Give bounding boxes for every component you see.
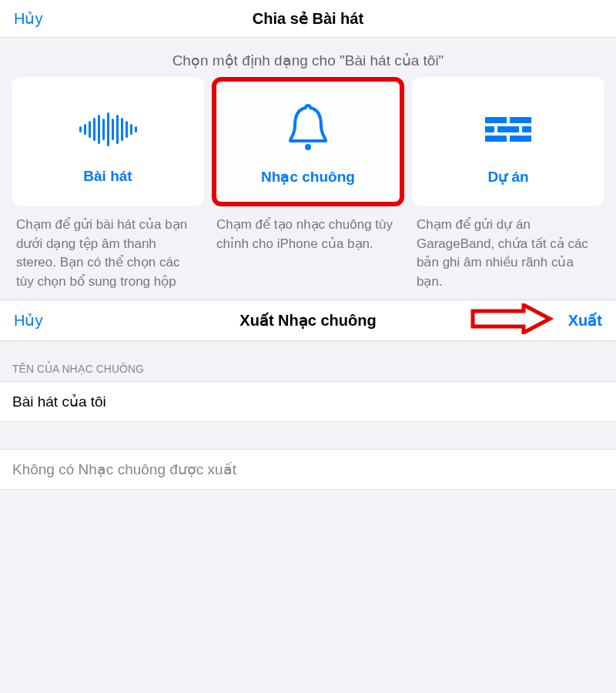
song-desc: Chạm để gửi bài hát của bạn dưới dạng tệ… [12, 206, 204, 300]
export-button[interactable]: Xuất [568, 311, 602, 330]
svg-point-0 [305, 144, 311, 150]
share-song-header: Hủy Chia sẻ Bài hát [0, 0, 616, 38]
share-title: Chia sẻ Bài hát [253, 9, 363, 28]
export-ringtone-header: Hủy Xuất Nhạc chuông Xuất [0, 300, 616, 341]
cancel-button[interactable]: Hủy [14, 9, 42, 28]
bricks-icon [485, 99, 531, 160]
project-label: Dự án [487, 168, 528, 186]
project-card-wrapper: Dự án Chạm để gửi dự án GarageBand, chứa… [412, 77, 604, 300]
arrow-annotation-icon [470, 303, 554, 337]
ringtone-name-section-label: TÊN CỦA NHẠC CHUÔNG [0, 341, 616, 381]
project-desc: Chạm để gửi dự án GarageBand, chứa tất c… [412, 206, 604, 300]
project-card[interactable]: Dự án [412, 77, 604, 206]
ringtone-card[interactable]: Nhạc chuông [212, 77, 404, 206]
bell-icon [284, 99, 332, 160]
format-cards: Bài hát Chạm để gửi bài hát của bạn dưới… [0, 77, 616, 300]
ringtone-desc: Chạm để tạo nhạc chuông tùy chỉnh cho iP… [212, 206, 404, 261]
song-card[interactable]: Bài hát [12, 77, 204, 206]
ringtone-label: Nhạc chuông [261, 168, 355, 186]
ringtone-name-input[interactable]: Bài hát của tôi [0, 381, 616, 422]
waveform-icon [79, 99, 137, 160]
cancel-export-button[interactable]: Hủy [14, 311, 42, 330]
export-title: Xuất Nhạc chuông [239, 311, 376, 330]
format-subtitle: Chọn một định dạng cho "Bài hát của tôi" [0, 38, 616, 77]
ringtone-card-wrapper: Nhạc chuông Chạm để tạo nhạc chuông tùy … [212, 77, 404, 300]
song-card-wrapper: Bài hát Chạm để gửi bài hát của bạn dưới… [12, 77, 204, 300]
export-status: Không có Nhạc chuông được xuất [0, 449, 616, 490]
song-label: Bài hát [83, 168, 132, 185]
